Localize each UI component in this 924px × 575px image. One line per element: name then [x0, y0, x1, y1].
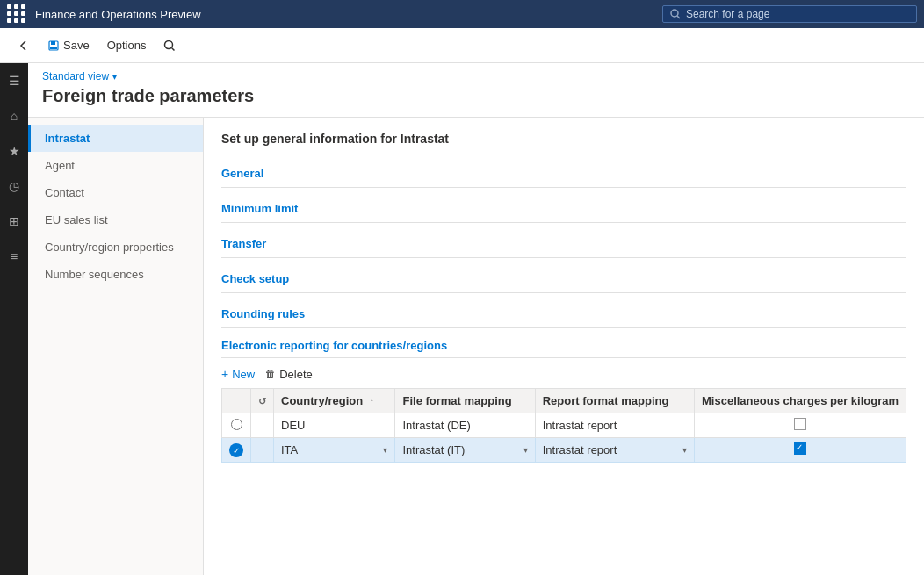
col-country-region[interactable]: Country/region ↑: [274, 389, 395, 413]
right-panel: Set up general information for Intrastat…: [204, 118, 924, 575]
search-bar[interactable]: Search for a page: [662, 5, 917, 23]
workspaces-icon[interactable]: ⊞: [4, 211, 25, 232]
row2-indicator: [251, 438, 274, 463]
report-format-dropdown-icon[interactable]: ▾: [682, 445, 687, 455]
toolbar-search-button[interactable]: [156, 36, 183, 55]
new-icon: +: [221, 367, 228, 381]
col-radio: [222, 389, 251, 413]
options-label: Options: [107, 39, 147, 52]
svg-rect-3: [51, 41, 55, 45]
menu-icon[interactable]: ☰: [4, 70, 25, 91]
standard-view-selector[interactable]: Standard view ▾: [42, 70, 910, 83]
table-header-row: ↺ Country/region ↑ File format mapping: [222, 389, 906, 413]
save-button[interactable]: Save: [40, 35, 97, 55]
page-toolbar: Save Options: [0, 28, 924, 63]
col-file-format[interactable]: File format mapping: [395, 389, 535, 413]
home-icon[interactable]: ⌂: [4, 105, 25, 126]
section-rounding-rules[interactable]: Rounding rules: [221, 300, 906, 328]
row1-indicator: [251, 413, 274, 438]
save-icon: [47, 40, 60, 52]
page-header: Standard view ▾ Foreign trade parameters: [28, 63, 924, 118]
back-button[interactable]: [11, 36, 37, 55]
country-dropdown-icon[interactable]: ▾: [383, 445, 387, 455]
side-icon-bar: ☰ ⌂ ★ ◷ ⊞ ≡: [0, 63, 28, 575]
section-transfer[interactable]: Transfer: [221, 230, 906, 258]
favorites-icon[interactable]: ★: [4, 140, 25, 162]
toolbar-search-icon: [163, 40, 176, 52]
svg-point-5: [165, 40, 173, 48]
row2-misc-charges[interactable]: [695, 438, 906, 463]
new-label: New: [232, 368, 255, 381]
row2-selected-indicator: [229, 443, 243, 457]
table-row[interactable]: ITA ▾ Intrastat (IT) ▾: [222, 438, 906, 463]
new-button[interactable]: + New: [221, 365, 255, 383]
sort-icon: ↑: [370, 397, 374, 406]
svg-rect-4: [50, 47, 57, 49]
nav-item-eu-sales-list[interactable]: EU sales list: [28, 206, 203, 234]
modules-icon[interactable]: ≡: [4, 246, 25, 267]
app-title: Finance and Operations Preview: [35, 8, 662, 21]
nav-item-intrastat[interactable]: Intrastat: [28, 125, 203, 152]
section-minimum-limit[interactable]: Minimum limit: [221, 195, 906, 223]
page-title: Foreign trade parameters: [42, 86, 910, 106]
section-general[interactable]: General: [221, 160, 906, 188]
nav-item-contact[interactable]: Contact: [28, 179, 203, 206]
content-split: Intrastat Agent Contact EU sales list Co…: [28, 118, 924, 575]
left-nav: Intrastat Agent Contact EU sales list Co…: [28, 118, 204, 575]
top-nav-bar: Finance and Operations Preview Search fo…: [0, 0, 924, 28]
back-icon: [18, 40, 30, 52]
delete-label: Delete: [279, 368, 313, 381]
delete-icon: 🗑: [265, 368, 276, 380]
row1-misc-charges[interactable]: [695, 413, 906, 438]
col-reload: ↺: [251, 389, 274, 413]
search-placeholder: Search for a page: [686, 8, 769, 20]
row2-report-format[interactable]: Intrastat report ▾: [535, 438, 694, 463]
nav-item-number-sequences[interactable]: Number sequences: [28, 261, 203, 288]
main-layout: ☰ ⌂ ★ ◷ ⊞ ≡ Standard view ▾ Foreign trad…: [0, 63, 924, 575]
save-label: Save: [63, 39, 90, 52]
options-button[interactable]: Options: [100, 35, 154, 55]
row2-checkbox[interactable]: [794, 442, 806, 455]
row1-radio-cell[interactable]: [222, 413, 251, 438]
row2-radio-cell[interactable]: [222, 438, 251, 463]
view-chevron-icon: ▾: [112, 72, 117, 82]
er-table: ↺ Country/region ↑ File format mapping: [221, 388, 906, 463]
row1-report-format[interactable]: Intrastat report: [535, 413, 694, 438]
recent-icon[interactable]: ◷: [4, 176, 25, 197]
row2-file-format[interactable]: Intrastat (IT) ▾: [395, 438, 535, 463]
search-icon: [670, 9, 681, 19]
row1-country[interactable]: DEU: [274, 413, 395, 438]
er-section: Electronic reporting for countries/regio…: [221, 339, 906, 463]
table-toolbar: + New 🗑 Delete: [221, 365, 906, 383]
delete-button[interactable]: 🗑 Delete: [265, 366, 313, 383]
standard-view-label: Standard view: [42, 70, 109, 83]
app-grid-button[interactable]: [7, 4, 26, 24]
reload-header-icon: ↺: [258, 396, 266, 406]
file-format-dropdown-icon[interactable]: ▾: [523, 445, 528, 455]
main-content: Standard view ▾ Foreign trade parameters…: [28, 63, 924, 575]
col-misc-charges[interactable]: Miscellaneous charges per kilogram: [695, 389, 906, 413]
nav-item-agent[interactable]: Agent: [28, 152, 203, 179]
table-row[interactable]: DEU Intrastat (DE) Intrastat report: [222, 413, 906, 438]
svg-line-1: [677, 16, 680, 18]
row1-checkbox[interactable]: [794, 418, 806, 430]
panel-title: Set up general information for Intrastat: [221, 132, 906, 146]
row1-radio[interactable]: [231, 419, 242, 430]
col-report-format[interactable]: Report format mapping: [535, 389, 694, 413]
row1-file-format[interactable]: Intrastat (DE): [395, 413, 535, 438]
nav-item-country-region[interactable]: Country/region properties: [28, 234, 203, 261]
er-section-title: Electronic reporting for countries/regio…: [221, 339, 906, 358]
row2-country[interactable]: ITA ▾: [274, 438, 395, 463]
svg-point-0: [671, 10, 678, 17]
svg-line-6: [172, 47, 175, 50]
section-check-setup[interactable]: Check setup: [221, 265, 906, 293]
